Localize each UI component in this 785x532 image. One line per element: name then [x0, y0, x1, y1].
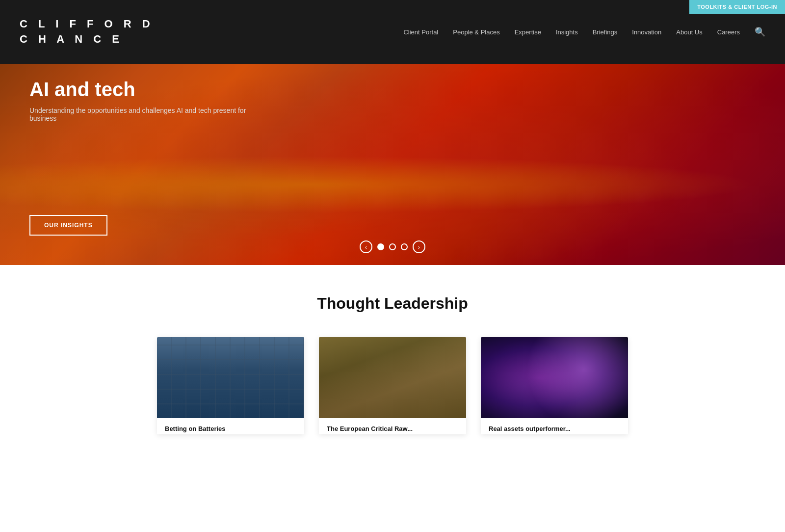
logo-line2: C H A N C E [20, 32, 154, 47]
main-nav: Client Portal People & Places Expertise … [403, 27, 765, 37]
toolkits-login-button[interactable]: TOOLKITS & CLIENT LOG-IN [689, 0, 785, 14]
nav-people-places[interactable]: People & Places [453, 28, 499, 36]
thought-leadership-section: Thought Leadership Betting on Batteries … [0, 265, 785, 454]
nav-briefings[interactable]: Briefings [593, 28, 618, 36]
thought-leadership-title: Thought Leadership [20, 294, 765, 313]
hero-title: AI and tech [29, 79, 275, 101]
card-image-batteries [157, 337, 304, 418]
slider-dot-1[interactable] [377, 243, 384, 250]
nav-expertise[interactable]: Expertise [515, 28, 541, 36]
nav-careers[interactable]: Careers [717, 28, 740, 36]
nav-innovation[interactable]: Innovation [632, 28, 661, 36]
slider-next-button[interactable]: › [413, 240, 425, 253]
card-batteries[interactable]: Betting on Batteries [157, 337, 304, 434]
batteries-image [157, 337, 304, 418]
nav-about-us[interactable]: About Us [676, 28, 702, 36]
slider-controls: ‹ › [360, 240, 425, 253]
logo-line1: C L I F F O R D [20, 17, 154, 32]
card-image-mine [319, 337, 466, 418]
galaxy-image [481, 337, 628, 418]
hero-subtitle: Understanding the opportunities and chal… [29, 106, 275, 122]
search-icon[interactable]: 🔍 [755, 27, 765, 37]
nav-client-portal[interactable]: Client Portal [403, 28, 438, 36]
site-logo[interactable]: C L I F F O R D C H A N C E [20, 17, 154, 47]
card-label-galaxy: Real assets outperformer... [481, 418, 628, 434]
hero-banner: AI and tech Understanding the opportunit… [0, 64, 785, 265]
hero-content: AI and tech Understanding the opportunit… [29, 79, 275, 122]
card-label-mine: The European Critical Raw... [319, 418, 466, 434]
card-galaxy[interactable]: Real assets outperformer... [481, 337, 628, 434]
slider-prev-button[interactable]: ‹ [360, 240, 372, 253]
slider-dot-2[interactable] [389, 243, 396, 250]
mine-image [319, 337, 466, 418]
site-header: C L I F F O R D C H A N C E Client Porta… [0, 0, 785, 64]
our-insights-button[interactable]: OUR INSIGHTS [29, 215, 107, 236]
card-mine[interactable]: The European Critical Raw... [319, 337, 466, 434]
card-label-batteries: Betting on Batteries [157, 418, 304, 434]
nav-insights[interactable]: Insights [556, 28, 578, 36]
slider-dot-3[interactable] [401, 243, 408, 250]
hero-cta-area: OUR INSIGHTS [29, 215, 107, 236]
cards-container: Betting on Batteries The European Critic… [20, 337, 765, 434]
card-image-galaxy [481, 337, 628, 418]
